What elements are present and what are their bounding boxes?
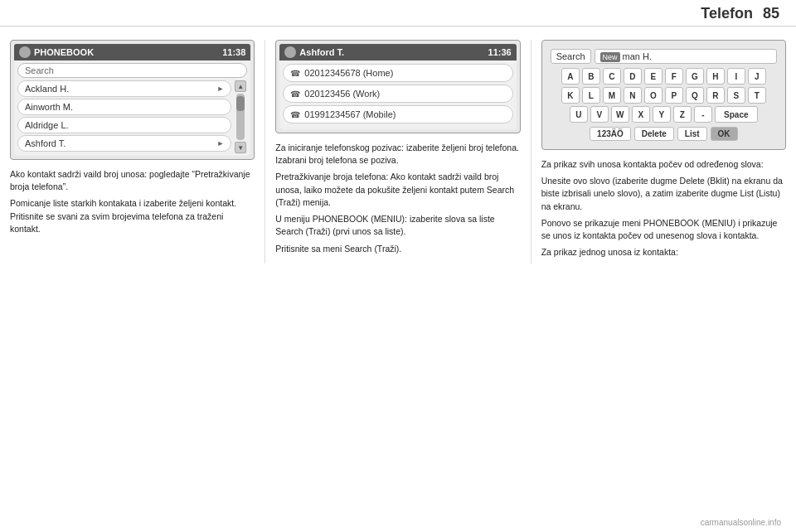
footer-url: carmanualsonline.info [701,518,781,527]
key-N[interactable]: N [624,87,642,104]
key-H[interactable]: H [706,68,725,85]
key-B[interactable]: B [582,68,600,85]
key-X[interactable]: X [632,106,650,123]
phonebook-list-wrapper: Ackland H. ► Ainworth M. Aldridge L. Ash… [17,80,247,153]
arrow-icon: ► [216,85,224,93]
col3-para-3: Ponovo se prikazuje meni PHONEBOOK (MENI… [541,217,786,242]
main-content: PHONEBOOK 11:38 Search [0,27,796,270]
key-G[interactable]: G [686,68,704,85]
list-item[interactable]: Ackland H. ► [17,80,231,97]
phonebook-search-box[interactable]: Search [17,63,247,78]
keyboard-input[interactable]: New man H. [595,49,777,64]
key-ok[interactable]: OK [711,127,738,141]
key-space[interactable]: Space [715,106,758,123]
key-Z[interactable]: Z [673,106,692,123]
key-R[interactable]: R [706,87,725,104]
col3-para-1: Za prikaz svih unosa kontakta počev od o… [541,158,786,171]
keyboard-row-3: U V W X Y Z - Space [551,106,777,123]
keyboard-screen-mockup: Search New man H. A B C D E [541,40,786,150]
key-P[interactable]: P [665,87,683,104]
col2-para-1: Za iniciranje telefonskog pozivac: izabe… [275,142,520,167]
phonebook-items-col: Ackland H. ► Ainworth M. Aldridge L. Ash… [17,80,231,153]
phonebook-list: Search Ackland H. ► Ainworth M. [14,60,250,156]
page-footer: carmanualsonline.info [701,518,781,527]
column-3: Search New man H. A B C D E [541,40,786,264]
key-V[interactable]: V [590,106,609,123]
col2-description: Za iniciranje telefonskog pozivac: izabe… [275,142,520,259]
col1-description: Ako kontakt sadrži vaild broj unosa: pog… [10,168,255,239]
col3-para-2: Unesite ovo slovo (izaberite dugme Delet… [541,175,786,213]
col2-para-4: Pritisnite sa meni Search (Traži). [275,243,520,255]
phonebook-titlebar: PHONEBOOK 11:38 [14,44,250,60]
keyboard-bottom-row: 123ÄÖ Delete List OK [551,127,777,141]
col3-para-4: Za prikaz jednog unosa iz kontakta: [541,246,786,259]
page-title: Telefon [701,5,753,22]
page-number: 85 [763,5,779,22]
key-E[interactable]: E [644,68,663,85]
keyboard-top-row: Search New man H. [551,49,777,64]
key-F[interactable]: F [665,68,683,85]
keyboard-new-badge: New [600,52,620,62]
call-contact-name: Ashford T. [299,47,344,57]
arrow-icon: ► [216,139,224,148]
col-separator-2 [531,40,531,264]
page-header: Telefon 85 [0,0,796,27]
keyboard-grid: A B C D E F G H I J K L [551,68,777,123]
col1-para-2: Pomicanje liste starkih kontakata i izab… [10,197,255,235]
col2-para-2: Pretražkivanje broja telefona: Ako konta… [275,171,520,209]
col-separator-1 [265,40,265,264]
keyboard-row-2: K L M N O P Q R S T [551,87,777,104]
call-item-mobile[interactable]: ☎ 01991234567 (Mobile) [283,105,512,123]
call-item-home[interactable]: ☎ 02012345678 (Home) [283,64,512,82]
phone-icon: ☎ [290,89,300,99]
list-item[interactable]: Ainworth M. [17,99,231,115]
phonebook-title-label: PHONEBOOK [34,47,94,57]
key-C[interactable]: C [603,68,621,85]
person-icon [284,46,296,58]
key-Q[interactable]: Q [686,87,704,104]
scrollbar-thumb [236,96,245,111]
key-T[interactable]: T [748,87,766,104]
col3-description: Za prikaz svih unosa kontakta počev od o… [541,158,786,264]
scrollbar-track [236,94,245,140]
keyboard-row-1: A B C D E F G H I J [551,68,777,85]
key-list[interactable]: List [677,127,707,141]
col2-para-3: U meniju PHONEBOOK (MENIU): izaberite sl… [275,213,520,238]
phonebook-search-row: Search [17,63,247,78]
phonebook-scrollbar: ▲ ▼ [234,80,247,153]
list-item[interactable]: Ashford T. ► [17,135,231,152]
key-A[interactable]: A [561,68,580,85]
phone-icon: ☎ [290,69,300,78]
key-dash[interactable]: - [694,106,712,123]
phone-icon: ☎ [290,110,300,119]
key-W[interactable]: W [611,106,629,123]
key-delete[interactable]: Delete [634,127,674,141]
key-Y[interactable]: Y [653,106,671,123]
search-label: Search [551,49,591,64]
call-item-work[interactable]: ☎ 020123456 (Work) [283,85,512,103]
phonebook-time: 11:38 [222,47,245,57]
phonebook-screen-mockup: PHONEBOOK 11:38 Search [10,40,255,160]
column-2: Ashford T. 11:36 ☎ 02012345678 (Home) ☎ … [275,40,520,264]
call-list: ☎ 02012345678 (Home) ☎ 020123456 (Work) … [279,60,516,129]
key-L[interactable]: L [582,87,600,104]
call-time: 11:36 [488,47,512,57]
list-item[interactable]: Aldridge L. [17,117,231,133]
call-screen-mockup: Ashford T. 11:36 ☎ 02012345678 (Home) ☎ … [275,40,520,133]
key-J[interactable]: J [748,68,766,85]
scroll-down-button[interactable]: ▼ [235,142,246,153]
call-screen: Ashford T. 11:36 ☎ 02012345678 (Home) ☎ … [279,44,516,129]
key-O[interactable]: O [644,87,663,104]
scroll-up-button[interactable]: ▲ [235,80,246,92]
column-1: PHONEBOOK 11:38 Search [10,40,255,264]
key-K[interactable]: K [561,87,580,104]
key-M[interactable]: M [603,87,621,104]
key-I[interactable]: I [727,68,745,85]
key-D[interactable]: D [624,68,642,85]
key-S[interactable]: S [727,87,745,104]
key-U[interactable]: U [570,106,588,123]
phonebook-screen: PHONEBOOK 11:38 Search [14,44,250,156]
phonebook-icon [19,46,31,58]
call-titlebar: Ashford T. 11:36 [279,44,516,60]
key-123ao[interactable]: 123ÄÖ [590,127,631,141]
